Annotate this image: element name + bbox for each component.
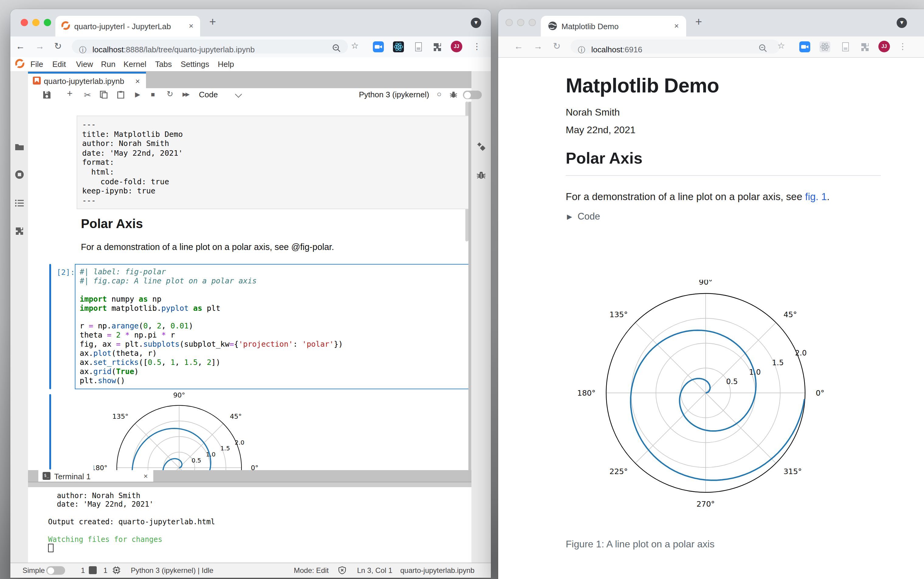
new-tab-button[interactable]: + (695, 15, 702, 29)
simple-mode-toggle-top[interactable] (463, 91, 482, 99)
code-line (80, 286, 468, 295)
tab-search-button[interactable]: ▼ (471, 18, 481, 28)
zoom-icon[interactable] (332, 44, 341, 52)
kernel-status-text[interactable]: Python 3 (ipykernel) | Idle (131, 566, 214, 575)
browser-toolbar: ← → ↻ ⓘ localhost:6916 ☆ JJ (498, 36, 924, 58)
document-extension-icon[interactable] (413, 41, 424, 52)
zoom-camera-extension-icon[interactable] (799, 41, 810, 52)
code-line: #| label: fig-polar (80, 268, 468, 277)
menu-help[interactable]: Help (218, 60, 234, 69)
svg-text:0.5: 0.5 (191, 457, 201, 464)
cursor-position[interactable]: Ln 3, Col 1 (357, 566, 392, 575)
debugger-icon[interactable] (476, 170, 486, 180)
terminal-output[interactable]: author: Norah Smith date: 'May 22nd, 202… (28, 487, 471, 568)
notebook-tab-close-icon[interactable]: × (135, 77, 140, 86)
input-collapser[interactable] (49, 264, 51, 389)
tab-close-icon[interactable]: × (189, 21, 193, 30)
menu-kernel[interactable]: Kernel (123, 60, 146, 69)
kernel-name-button[interactable]: Python 3 (ipykernel) (359, 90, 429, 99)
zoom-camera-extension-icon[interactable] (373, 41, 384, 52)
running-kernels-icon[interactable] (15, 170, 25, 180)
react-extension-icon[interactable] (819, 41, 830, 52)
save-button[interactable] (43, 91, 51, 99)
jupyterlab-statusbar: Simple 1 1 Python 3 (ipykernel) | Idle M… (10, 563, 491, 577)
profile-avatar[interactable]: JJ (878, 41, 890, 52)
menu-tabs[interactable]: Tabs (155, 60, 172, 69)
copy-cells-button[interactable] (100, 91, 108, 98)
traffic-light-minimize[interactable] (517, 19, 524, 26)
menu-file[interactable]: File (30, 60, 43, 69)
mode-indicator[interactable]: Mode: Edit (294, 566, 329, 575)
zoom-icon[interactable] (759, 44, 767, 52)
tab-search-button[interactable]: ▼ (897, 18, 907, 28)
extension-manager-icon[interactable] (15, 226, 25, 236)
back-icon[interactable]: ← (16, 41, 25, 51)
property-inspector-gears-icon[interactable] (476, 142, 487, 152)
insert-cell-button[interactable]: + (67, 88, 73, 99)
cell-type-select[interactable]: Code (199, 90, 218, 99)
site-info-icon[interactable]: ⓘ (578, 45, 585, 56)
puzzle-extensions-icon[interactable] (432, 41, 443, 52)
forward-icon[interactable]: → (35, 41, 44, 51)
svg-text:1.5: 1.5 (220, 445, 230, 452)
restart-kernel-button[interactable]: ↻ (167, 89, 173, 98)
code-fold-disclosure[interactable]: ▶Code (567, 211, 600, 222)
address-bar[interactable]: ⓘ localhost:6916 (571, 39, 780, 54)
menu-settings[interactable]: Settings (181, 60, 209, 69)
code-line: ax.grid(True) (80, 367, 468, 376)
table-of-contents-icon[interactable] (15, 198, 25, 208)
url-text[interactable]: localhost:6916 (591, 45, 643, 54)
cut-cells-button[interactable]: ✂ (84, 90, 91, 100)
cell-type-chevron-icon[interactable] (235, 91, 242, 98)
tab-close-icon[interactable]: × (674, 21, 679, 30)
react-extension-icon[interactable] (393, 41, 404, 52)
reload-icon[interactable]: ↻ (553, 41, 561, 52)
site-info-icon[interactable]: ⓘ (79, 45, 87, 56)
terminal-cursor (48, 544, 54, 553)
reload-icon[interactable]: ↻ (54, 41, 62, 52)
address-bar[interactable]: ⓘ localhost:8888/lab/tree/quarto-jupyter… (72, 39, 348, 54)
figure-link[interactable]: fig. 1 (805, 191, 827, 202)
browser-menu-icon[interactable]: ⋮ (898, 41, 907, 51)
puzzle-extensions-icon[interactable] (860, 41, 870, 52)
back-icon[interactable]: ← (514, 41, 523, 51)
desktop: quarto-jupyterl - JupyterLab × + ▼ ← → ↻… (0, 0, 924, 579)
browser-tabstrip: quarto-jupyterl - JupyterLab × + ▼ (10, 9, 491, 36)
traffic-light-minimize[interactable] (32, 19, 39, 26)
simple-mode-toggle[interactable] (46, 566, 65, 575)
document-extension-icon[interactable] (840, 41, 851, 52)
output-collapser[interactable] (49, 394, 51, 469)
new-tab-button[interactable]: + (209, 15, 216, 29)
profile-avatar[interactable]: JJ (451, 41, 462, 52)
run-cell-button[interactable]: ▶ (135, 91, 140, 98)
yaml-frontmatter-cell[interactable]: --- title: Matplotlib Demo author: Norah… (77, 116, 468, 209)
paste-cells-button[interactable] (117, 91, 125, 98)
notebook-content[interactable]: --- title: Matplotlib Demo author: Norah… (28, 101, 468, 470)
traffic-light-close[interactable] (505, 19, 513, 26)
url-text[interactable]: localhost:8888/lab/tree/quarto-jupyterla… (92, 45, 255, 54)
bookmark-star-icon[interactable]: ☆ (777, 41, 785, 51)
run-all-button[interactable]: ▶▶ (183, 91, 188, 97)
menu-run[interactable]: Run (101, 60, 116, 69)
traffic-light-close[interactable] (21, 19, 28, 26)
kernel-chip-icon[interactable] (113, 566, 121, 574)
file-browser-icon[interactable] (15, 142, 25, 152)
trust-shield-icon (338, 566, 346, 574)
bookmark-star-icon[interactable]: ☆ (351, 41, 358, 51)
toolbar-debugger-bug-icon[interactable] (450, 91, 458, 98)
traffic-light-zoom[interactable] (528, 19, 536, 26)
code-cell-editor[interactable]: #| label: fig-polar#| fig.cap: A line pl… (75, 264, 468, 389)
browser-tab[interactable]: Matplotlib Demo × (541, 16, 686, 36)
code-line: #| fig.cap: A line plot on a polar axis (80, 277, 468, 286)
browser-menu-icon[interactable]: ⋮ (473, 41, 481, 51)
statusbar-terminal-icon[interactable] (89, 566, 97, 574)
terminal-tab-close-icon[interactable]: × (144, 472, 148, 480)
menu-view[interactable]: View (76, 60, 93, 69)
menu-edit[interactable]: Edit (52, 60, 66, 69)
traffic-light-zoom[interactable] (44, 19, 51, 26)
terminal-tab[interactable]: $_ Terminal 1 × (38, 470, 153, 481)
stop-kernel-button[interactable]: ■ (151, 91, 155, 98)
browser-tab[interactable]: quarto-jupyterl - JupyterLab × (56, 16, 200, 36)
forward-icon[interactable]: → (533, 41, 543, 51)
notebook-tab[interactable]: quarto-jupyterlab.ipynb × (28, 72, 146, 88)
